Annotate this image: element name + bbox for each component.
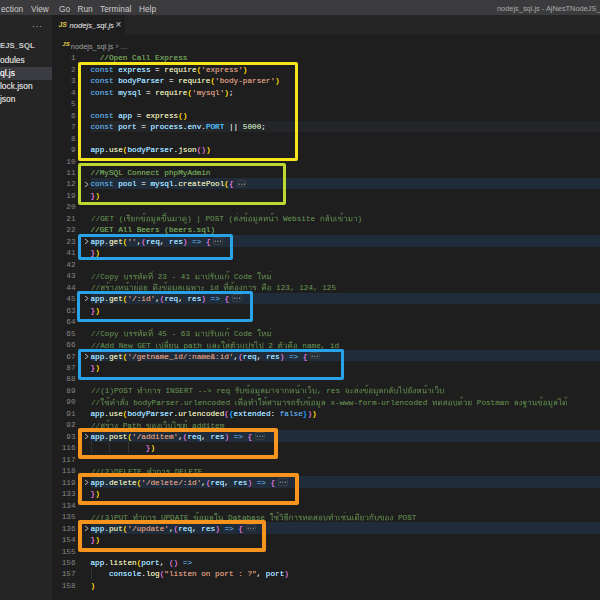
svg-text://: // (91, 399, 101, 407)
svg-text:) | POST (: ) | POST ( (187, 216, 233, 224)
svg-text:bodyParser.urlencoded: bodyParser.urlencoded (133, 399, 230, 407)
svg-text:POST: POST (397, 514, 416, 522)
svg-text:123, 124, 125: 123, 124, 125 (276, 284, 336, 292)
svg-text://GET (: //GET ( (91, 216, 123, 224)
svg-text:Website: Website (282, 216, 315, 224)
svg-text:): ) (357, 216, 362, 224)
svg-text:x-www-form-urlencoded: x-www-form-urlencoded (330, 399, 427, 407)
svg-text:Postman: Postman (476, 399, 508, 407)
